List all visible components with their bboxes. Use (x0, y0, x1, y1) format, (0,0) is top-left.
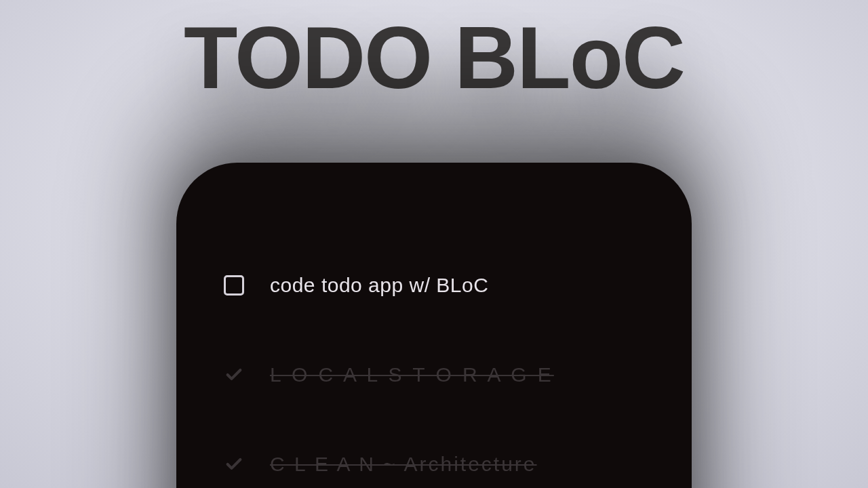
todo-item[interactable]: L O C A L S T O R A G E (217, 347, 651, 403)
todo-label: L O C A L S T O R A G E (270, 363, 554, 386)
title-word-bloc: BLoC (454, 8, 684, 107)
todo-item[interactable]: code todo app w/ BLoC (217, 258, 651, 313)
title-word-todo: TODO (184, 8, 431, 107)
check-icon[interactable] (224, 365, 244, 385)
todo-item[interactable]: C L E A N ~ Architecture (217, 436, 651, 488)
checkbox-unchecked-icon[interactable] (224, 275, 244, 296)
phone-frame: code todo app w/ BLoC L O C A L S T O R … (176, 163, 692, 488)
page-title: TODO BLoC (0, 0, 868, 102)
todo-label: C L E A N ~ Architecture (270, 453, 537, 476)
check-icon[interactable] (224, 454, 244, 474)
todo-label: code todo app w/ BLoC (270, 274, 488, 297)
